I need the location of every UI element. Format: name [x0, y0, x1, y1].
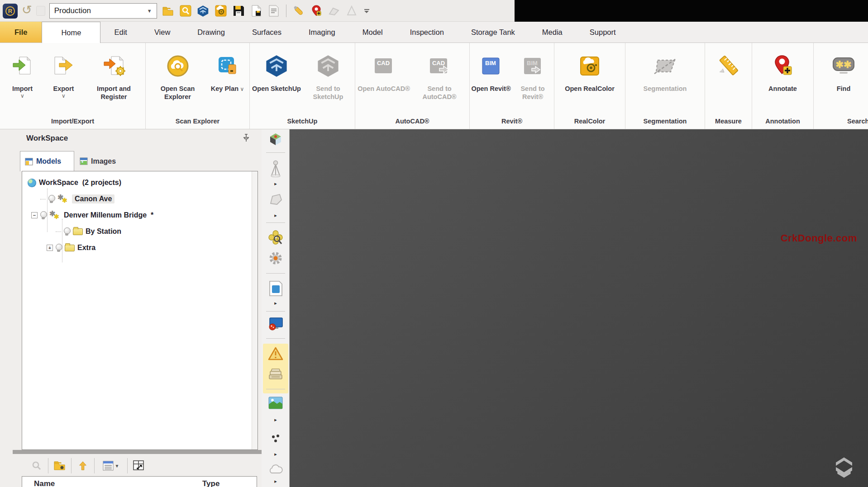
mesh-plane-button[interactable] [262, 193, 290, 206]
tab-storage-tank[interactable]: Storage Tank [458, 22, 529, 43]
group-label-search: Search [814, 115, 868, 129]
group-label-realcolor: RealColor [554, 115, 625, 129]
workspace-tab-images[interactable]: Images [75, 151, 133, 171]
visibility-bulb-icon[interactable] [56, 244, 62, 252]
tree-root-row[interactable]: WorkSpace (2 projects) [28, 175, 121, 190]
station-view-button[interactable] [262, 132, 290, 146]
open-realcolor-button[interactable]: Open RealColor [560, 46, 620, 115]
collapse-expander-icon[interactable] [31, 212, 38, 218]
ribbon-group-autocad: CAD Open AutoCAD® CAD Send to AutoCAD® A… [355, 43, 470, 129]
svg-text:BIM: BIM [527, 60, 538, 66]
tree-row-canon-ave[interactable]: Canon Ave [40, 191, 114, 207]
point-set-button[interactable] [262, 433, 290, 445]
key-plan-icon [218, 47, 238, 85]
report-icon[interactable] [267, 4, 281, 18]
open-sketchup-button[interactable]: Open SketchUp [251, 46, 302, 115]
tools-icon[interactable] [292, 4, 305, 18]
flyout-arrow-icon[interactable]: ▸ [262, 451, 290, 457]
column-header-type[interactable]: Type [202, 479, 219, 487]
visibility-bulb-icon[interactable] [48, 195, 55, 203]
panel-splitter[interactable] [13, 450, 262, 454]
image-document-button[interactable] [262, 280, 290, 297]
visibility-bulb-icon[interactable] [64, 227, 70, 236]
search-tool-icon[interactable] [179, 4, 192, 18]
tab-view[interactable]: View [141, 22, 184, 43]
find-button[interactable]: ✱✱ Find [822, 46, 865, 115]
group-label-revit: Revit® [470, 115, 554, 129]
tree-row-extra[interactable]: Extra [47, 240, 95, 255]
open-scan-explorer-button[interactable]: Open Scan Explorer [148, 46, 208, 115]
table-layout-button[interactable] [128, 457, 150, 474]
flyout-arrow-icon[interactable]: ▸ [262, 213, 290, 218]
tree-row-denver-bridge[interactable]: Denver Millenum Bridge * [31, 208, 153, 223]
tree-row-by-station[interactable]: By Station [56, 224, 121, 239]
save-icon[interactable] [232, 4, 245, 18]
polyline-disabled-icon [327, 4, 341, 18]
realcolor-quick-icon[interactable] [214, 4, 228, 18]
key-plan-button[interactable]: Key Plan [208, 46, 248, 115]
open-sketchup-icon [265, 47, 288, 85]
visibility-bulb-icon[interactable] [40, 211, 47, 220]
tab-support[interactable]: Support [576, 22, 630, 43]
save-as-icon[interactable] [249, 4, 263, 18]
landscape-image-button[interactable] [262, 396, 290, 410]
tab-imaging[interactable]: Imaging [295, 22, 349, 43]
tab-file[interactable]: File [0, 22, 42, 43]
open-project-icon[interactable] [161, 4, 175, 18]
tree-item-label: Denver Millenum Bridge * [64, 211, 153, 219]
measure-button[interactable] [707, 46, 750, 115]
project-gears-icon [49, 210, 61, 220]
tree-root-label: WorkSpace (2 projects) [39, 179, 121, 187]
pin-panel-icon[interactable] [243, 134, 250, 144]
screen-share-icon [267, 317, 284, 332]
expand-expander-icon[interactable] [47, 245, 53, 251]
workspace-tab-models[interactable]: Models [20, 151, 74, 171]
warning-triangle-button[interactable] [262, 346, 290, 361]
tab-media[interactable]: Media [529, 22, 576, 43]
annotate-quick-icon[interactable] [310, 4, 323, 18]
tab-home[interactable]: Home [42, 22, 100, 43]
open-revit-button[interactable]: BIM Open Revit® [470, 46, 512, 115]
tab-surfaces[interactable]: Surfaces [238, 22, 295, 43]
undo-icon[interactable]: ↺ [22, 4, 32, 16]
import-register-label: Import and Register [84, 85, 144, 101]
tab-inspection[interactable]: Inspection [396, 22, 458, 43]
redo-disabled-icon [36, 6, 45, 16]
toolbar-overflow-icon[interactable] [364, 9, 369, 13]
flyout-arrow-icon[interactable]: ▸ [262, 478, 290, 484]
import-and-register-button[interactable]: Import and Register [84, 46, 144, 115]
tab-model[interactable]: Model [349, 22, 396, 43]
layer-stack-button[interactable] [262, 366, 290, 382]
scan-station-button[interactable] [262, 160, 290, 177]
sketchup-quick-icon[interactable] [196, 4, 210, 18]
workspace-panel: WorkSpace Models Images WorkSpace (2 pro… [0, 129, 262, 487]
tab-edit[interactable]: Edit [100, 22, 140, 43]
flyout-arrow-icon[interactable]: ▸ [262, 417, 290, 423]
group-label-scan-explorer: Scan Explorer [146, 115, 249, 129]
screen-share-button[interactable] [262, 317, 290, 332]
menu-bar: File Home Edit View Drawing Surfaces Ima… [0, 22, 868, 43]
view-mode-button[interactable]: ▼ [95, 457, 127, 474]
import-button[interactable]: Import [2, 46, 43, 115]
settings-gear-button[interactable] [262, 251, 290, 266]
column-header-name[interactable]: Name [34, 479, 55, 487]
app-logo-icon[interactable]: R [3, 4, 18, 19]
ribbon: Import Export Import and Register Import… [0, 43, 868, 129]
profile-select[interactable]: Production ▼ [49, 3, 157, 19]
viewport-3d[interactable]: CrkDongle.com [290, 129, 868, 487]
tree-item-label: Canon Ave [72, 194, 114, 203]
move-up-button[interactable] [72, 457, 94, 474]
tree-scrollbar[interactable] [252, 171, 258, 449]
flyout-arrow-icon[interactable]: ▸ [262, 300, 290, 306]
annotate-button[interactable]: Annotate [754, 46, 811, 115]
limit-box-button[interactable] [262, 230, 290, 246]
export-button[interactable]: Export [43, 46, 84, 115]
point-cloud-button[interactable] [262, 463, 290, 475]
ribbon-group-revit: BIM Open Revit® BIM Send to Revit® Revit… [470, 43, 554, 129]
watermark-text: CrkDongle.com [781, 232, 857, 244]
send-to-autocad-icon: CAD [429, 47, 450, 85]
tab-drawing[interactable]: Drawing [184, 22, 238, 43]
send-to-autocad-label: Send to AutoCAD® [411, 85, 468, 101]
flyout-arrow-icon[interactable]: ▸ [262, 181, 290, 187]
new-folder-button[interactable] [48, 457, 71, 474]
